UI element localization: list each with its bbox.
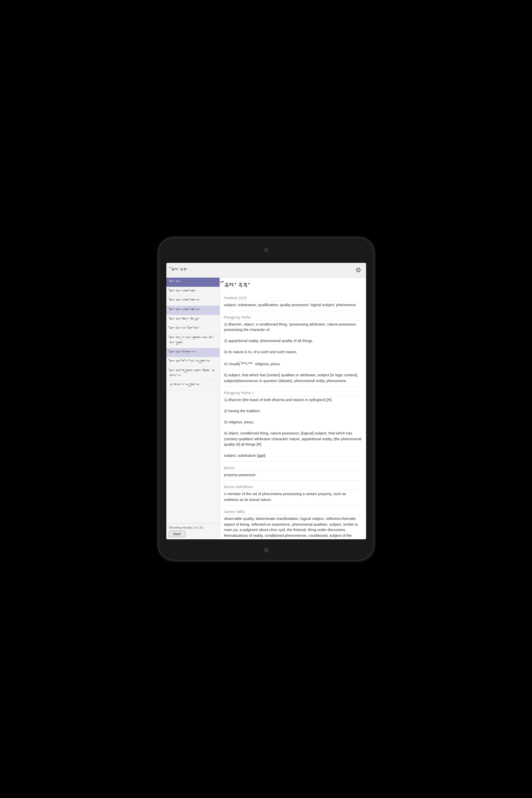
sidebar-item[interactable]: ཆོས་ཅན་	[166, 278, 220, 287]
source-section: Berzin DefinitionsA member of the set of…	[224, 485, 362, 505]
top-bar: ཆོས་ཅན་ ⚙	[166, 263, 366, 278]
source-content: 1) dharmin [the basis of both dharma and…	[224, 397, 362, 459]
separator	[224, 386, 362, 387]
results-count: Showing results 1 to 10.	[169, 526, 204, 529]
sidebar-item[interactable]: ཤ་གལས་ལ་མ་གྲུབ་པ་	[166, 381, 220, 390]
separator	[224, 505, 362, 505]
detail-panel: ཆོས་ཅན་ Hopkins 2015subject; substratum;…	[220, 278, 366, 539]
device-camera	[264, 248, 268, 252]
source-content: property-possessor	[224, 472, 362, 478]
source-section: Hopkins 2015subject; substratum; qualifi…	[224, 296, 362, 311]
source-content: 1) dharmin, object, a conditioned thing,…	[224, 322, 362, 384]
detail-title: ཆོས་ཅན་	[224, 281, 362, 292]
sidebar-item[interactable]: ཆོས་ཅན་འབབ་ཤིག་མ་	[166, 296, 220, 306]
separator	[224, 311, 362, 311]
sidebar-item[interactable]: ཆོས་ཅན་འབབ་ཤིག་	[166, 287, 220, 297]
source-content: observable quality, determinate manifest…	[224, 516, 362, 539]
source-name: Rangjung Yeshe 2	[224, 391, 362, 396]
inline-tibetan: ཆོས་ལྡན་	[241, 361, 254, 366]
sidebar-item[interactable]: ཆོས་ཅན་དུ་མས་བཏུགས་པས་མདེ་ ཞལ་འབྲུམ་	[166, 334, 220, 348]
sidebar-item[interactable]: ཆོས་ཅན་འདེགས་ལ་	[166, 348, 220, 358]
separator	[224, 461, 362, 462]
sidebar: ཆོས་ཅན་ཆོས་ཅན་འབབ་ཤིག་ཆོས་ཅན་འབབ་ཤིག་མ་ཆ…	[166, 278, 220, 539]
source-name: Berzin Definitions	[224, 485, 362, 490]
source-name: Rangjung Yeshe	[224, 315, 362, 321]
sidebar-list: ཆོས་ཅན་ཆོས་ཅན་འབབ་ཤིག་ཆོས་ཅན་འབབ་ཤིག་མ་ཆ…	[166, 278, 220, 523]
source-name: James Valby	[224, 510, 362, 515]
device-top	[159, 238, 374, 262]
source-content: A member of the set of phenomena possess…	[224, 491, 362, 503]
source-content: subject; substratum; qualification; qual…	[224, 302, 362, 308]
gear-icon[interactable]: ⚙	[355, 266, 361, 274]
source-section: James Valbyobservable quality, determina…	[224, 510, 362, 539]
sidebar-item[interactable]: ཆོས་ཅན་འབབ་ཤིག་མ་	[166, 306, 220, 315]
sidebar-item[interactable]: ཆོས་ཅན་གི་དེ་ཉིད་མ་གྲུབ་པ་	[166, 357, 220, 367]
source-section: Rangjung Yeshe 21) dharmin [the basis of…	[224, 391, 362, 462]
device-home-button[interactable]	[264, 548, 269, 552]
main-area: ཆོས་ཅན་ཆོས་ཅན་འབབ་ཤིག་ཆོས་ཅན་འབབ་ཤིག་མ་ཆ…	[166, 278, 366, 539]
sidebar-item[interactable]: ཆོས་ཅན་གི་གྲུབས་མགར་གཤིག་ ཤ་གལས་ལ་	[166, 367, 220, 381]
device-frame: ཆོས་ཅན་ ⚙ ཆོས་ཅན་ཆོས་ཅན་འབབ་ཤིག་ཆོས་ཅན་འ…	[159, 238, 374, 560]
screen: ཆོས་ཅན་ ⚙ ཆོས་ཅན་ཆོས་ཅན་འབབ་ཤིག་ཆོས་ཅན་འ…	[166, 263, 366, 539]
sidebar-item[interactable]: ཆོས་ཅན་བཛེད་པདི་སྐུ་	[166, 315, 220, 325]
source-name: Hopkins 2015	[224, 296, 362, 301]
sidebar-footer: Showing results 1 to 10. Next	[166, 523, 220, 539]
source-name: Berzin	[224, 466, 362, 471]
next-button[interactable]: Next	[169, 531, 186, 537]
sidebar-item[interactable]: ཆོས་ཅན་དང་ཆོས་ཅིད་	[166, 324, 220, 334]
source-section: Rangjung Yeshe1) dharmin, object, a cond…	[224, 315, 362, 387]
app-title: ཆོས་ཅན་	[171, 267, 189, 273]
source-section: Berzinproperty-possessor	[224, 466, 362, 481]
separator	[224, 480, 362, 481]
device-bottom	[159, 540, 374, 560]
